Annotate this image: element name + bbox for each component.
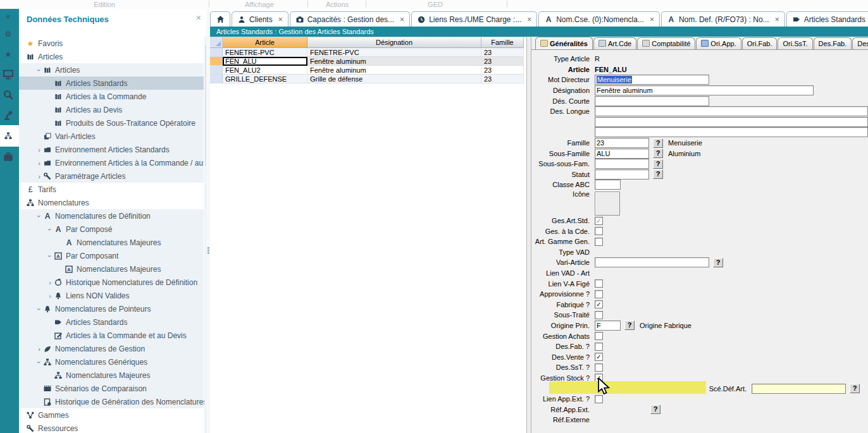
menu-item-ged[interactable]: GED — [428, 0, 443, 9]
lien-app-ext-checkbox[interactable] — [595, 395, 603, 403]
sidebar-item-par-compose[interactable]: ›APar Composé — [19, 223, 204, 236]
lookup-help-button[interactable]: ? — [653, 169, 663, 179]
sidebar-item-nomenclatures-de-pointeurs[interactable]: ›Nomenclatures de Pointeurs — [19, 302, 204, 315]
panel-tab-comptabilite[interactable]: Comptabilité — [637, 37, 695, 49]
origine-prin-input[interactable]: F — [595, 320, 621, 331]
sidebar-item-liens-non-valides[interactable]: ›Liens NON Valides — [19, 289, 204, 302]
close-tab-icon[interactable]: × — [650, 15, 654, 24]
close-icon[interactable]: × — [196, 13, 201, 23]
designation-input[interactable]: Fenêtre aluminum — [595, 85, 814, 95]
designation-cell[interactable]: Fenêtre aluminum — [307, 57, 481, 66]
sidebar-item-vari-articles[interactable]: Vari-Articles — [19, 130, 204, 143]
chevron-right-icon[interactable]: › — [36, 159, 42, 167]
vari-article-input[interactable] — [595, 257, 709, 267]
table-row[interactable]: FENETRE-PVCFENETRE-PVC23 — [210, 48, 526, 57]
chevron-right-icon[interactable]: › — [36, 345, 42, 353]
rail-button-sitemap[interactable] — [0, 125, 19, 147]
row-selector-cell[interactable] — [210, 75, 223, 83]
sidebar-item-articles[interactable]: ›Articles — [19, 63, 204, 76]
line-input[interactable] — [595, 127, 868, 137]
statut-input[interactable] — [595, 169, 649, 180]
fabrique-checkbox[interactable]: ✓ — [595, 300, 603, 308]
sidebar-item-gammes[interactable]: Gammes — [19, 408, 204, 422]
designation-cell[interactable]: Fenêtre aluminum — [307, 66, 481, 75]
sous-sous-fam-input[interactable] — [595, 159, 649, 169]
famille-cell[interactable]: 23 — [481, 75, 524, 83]
sous-traite-checkbox[interactable] — [595, 311, 603, 319]
panel-tab-art-cde[interactable]: Art.Cde — [593, 37, 636, 49]
sidebar-item-historique-de-generation-des-nomenclatures[interactable]: Historique de Génération des Nomenclatur… — [19, 395, 204, 408]
table-row[interactable]: FEN_ALUFenêtre aluminum23 — [210, 57, 526, 66]
approvisionne-checkbox[interactable] — [595, 290, 603, 298]
line-input[interactable] — [595, 117, 868, 127]
classe-abc-input[interactable] — [595, 180, 621, 190]
des-fab-checkbox[interactable] — [595, 343, 603, 351]
sidebar-item-ressources[interactable]: Ressources — [19, 422, 204, 433]
famille-cell[interactable]: 23 — [481, 57, 524, 66]
close-tab-icon[interactable]: × — [400, 15, 404, 24]
gestion-achats-checkbox[interactable] — [595, 332, 603, 340]
sidebar-item-favoris[interactable]: ★Favoris — [19, 37, 204, 50]
ges-art-std-checkbox[interactable]: ✓ — [595, 217, 603, 225]
rail-button-robot-arm[interactable] — [0, 105, 19, 125]
chevron-right-icon[interactable]: › — [47, 279, 53, 286]
tab-articles-standards[interactable]: Articles Standards× — [786, 11, 868, 27]
article-cell[interactable]: FEN_ALU — [223, 57, 307, 66]
lookup-help-button[interactable]: ? — [653, 159, 663, 169]
chevron-right-icon[interactable]: › — [36, 146, 42, 154]
tab-clients[interactable]: Clients× — [232, 11, 288, 27]
select-all-cell[interactable] — [210, 37, 223, 48]
column-header-article[interactable]: Article — [223, 37, 307, 48]
ges-a-la-cde-checkbox[interactable] — [595, 227, 603, 235]
chevron-down-icon[interactable]: › — [35, 359, 43, 365]
chevron-down-icon[interactable]: › — [46, 253, 54, 259]
lookup-help-button[interactable]: ? — [850, 384, 860, 393]
panel-tab-des-fab-[interactable]: Des.Fab. — [814, 37, 852, 49]
article-cell[interactable]: FENETRE-PVC — [223, 48, 307, 57]
close-tab-icon[interactable]: × — [527, 15, 531, 24]
designation-cell[interactable]: FENETRE-PVC — [307, 48, 481, 57]
lookup-help-button[interactable]: ? — [653, 149, 663, 158]
lookup-help-button[interactable]: ? — [713, 258, 723, 267]
sidebar-item-environnement-articles-a-la-commande-au-devis[interactable]: ›Environnement Articles à la Commande / … — [19, 156, 204, 169]
sidebar-item-nomenclatures-majeures[interactable]: ANomenclatures Majeures — [19, 262, 204, 276]
article-cell[interactable]: GRILLE_DEFENSE — [223, 75, 307, 83]
sidebar-item-nomenclatures-majeures[interactable]: Nomenclatures Majeures — [19, 369, 204, 382]
lookup-help-button[interactable]: ? — [650, 405, 660, 414]
rail-button-collapse[interactable]: « — [0, 9, 19, 24]
famille-cell[interactable]: 23 — [481, 48, 524, 57]
article-cell[interactable]: FEN_ALU2 — [223, 66, 307, 75]
sidebar-item-nomenclatures-majeures[interactable]: ANomenclatures Majeures — [19, 236, 204, 249]
panel-tab-des-sst-[interactable]: Des.SsT. — [852, 37, 868, 49]
chevron-down-icon[interactable]: › — [35, 213, 43, 219]
sidebar-item-nomenclatures-de-definition[interactable]: ›ANomenclatures de Définition — [19, 209, 204, 223]
panel-tab-ori-fab-[interactable]: Ori.Fab. — [742, 37, 778, 49]
mot-directeur-input[interactable]: Menuiserie — [595, 75, 709, 85]
panel-tab-ori-sst-[interactable]: Ori.SsT. — [778, 37, 812, 49]
chevron-down-icon[interactable]: › — [35, 67, 43, 73]
chevron-down-icon[interactable]: › — [35, 306, 43, 312]
tab-home[interactable] — [210, 11, 230, 27]
sidebar-item-historique-nomenclatures-de-definition[interactable]: ›Historique Nomenclatures de Définition — [19, 276, 204, 289]
famille-cell[interactable]: 23 — [481, 66, 524, 75]
des-sst-checkbox[interactable] — [595, 363, 603, 372]
chevron-down-icon[interactable]: › — [46, 226, 54, 233]
tab-liens-res-ume-charge[interactable]: Liens Res./UME Charge :...× — [411, 11, 537, 27]
sidebar-item-environnement-articles-standards[interactable]: ›Environnement Articles Standards — [19, 143, 204, 156]
icone-picker[interactable] — [595, 192, 620, 216]
sidebar-item-produits-de-sous-traitance-operatoire[interactable]: Produits de Sous-Traitance Opératoire — [19, 116, 204, 130]
rail-button-search[interactable] — [0, 85, 19, 105]
sidebar-item-articles-standards[interactable]: Articles Standards — [19, 315, 204, 329]
row-selector-cell[interactable] — [210, 57, 223, 66]
sce-def-art-input[interactable] — [752, 384, 846, 394]
menu-item-actions[interactable]: Actions — [326, 0, 349, 9]
panel-tab-ori-app-[interactable]: Ori.App. — [696, 37, 741, 49]
rail-button-briefcase[interactable] — [0, 147, 19, 167]
table-row[interactable]: GRILLE_DEFENSEGrille de défense23 — [210, 75, 526, 83]
designation-cell[interactable]: Grille de défense — [307, 75, 481, 83]
tab-capacites-gestion-des[interactable]: Capacités : Gestion des...× — [290, 11, 410, 27]
column-header-famille[interactable]: Famille — [481, 37, 524, 48]
chevron-right-icon[interactable]: › — [47, 292, 53, 300]
sidebar-item-nomenclatures[interactable]: Nomenclatures — [19, 196, 204, 209]
sidebar-item-nomenclatures-de-gestion[interactable]: ›Nomenclatures de Gestion — [19, 342, 204, 355]
